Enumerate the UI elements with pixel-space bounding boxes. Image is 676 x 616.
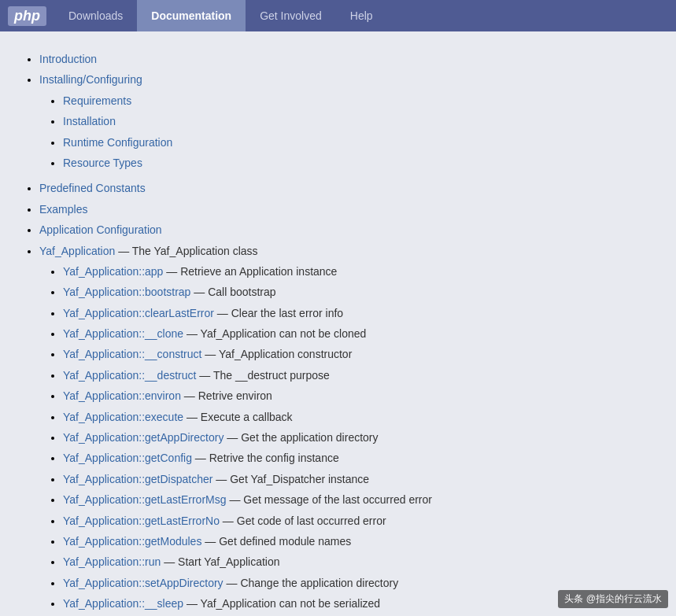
list-item: Resource Types <box>63 154 652 172</box>
toc-link[interactable]: Yaf_Application::getConfig <box>63 452 192 464</box>
toc-desc: — Change the application directory <box>223 577 399 589</box>
list-item: Yaf_Application::getLastErrorNo — Get co… <box>63 512 652 529</box>
toc-desc: — Call bootstrap <box>190 286 275 298</box>
toc-list: IntroductionInstalling/ConfiguringRequir… <box>24 50 652 616</box>
toc-link[interactable]: Yaf_Application::clearLastError <box>63 307 214 319</box>
list-item: Yaf_Application — The Yaf_Application cl… <box>39 242 652 616</box>
list-item: Examples <box>39 201 652 218</box>
toc-desc: — Clear the last error info <box>214 307 343 319</box>
toc-desc: — Get the application directory <box>223 431 378 444</box>
list-item: Yaf_Application::__construct — Yaf_Appli… <box>63 345 652 363</box>
list-item: Yaf_Application::__clone — Yaf_Applicati… <box>63 325 652 342</box>
toc-desc: — Retrieve an Application instance <box>163 265 337 278</box>
list-item: Yaf_Application::__destruct — The __dest… <box>63 367 652 384</box>
toc-desc: — Yaf_Application can not be serialized <box>183 597 380 610</box>
toc-link[interactable]: Yaf_Application::__construct <box>63 348 201 360</box>
toc-link[interactable]: Installing/Configuring <box>39 73 142 86</box>
toc-desc: — Get code of last occurred error <box>220 515 386 527</box>
main-content: IntroductionInstalling/ConfiguringRequir… <box>0 31 676 616</box>
toc-link[interactable]: Examples <box>39 203 87 216</box>
list-item: Requirements <box>63 92 652 109</box>
list-item: Yaf_Application::environ — Retrive envir… <box>63 387 652 404</box>
toc-desc: — Yaf_Application constructor <box>201 348 352 360</box>
list-item: Introduction <box>39 50 652 68</box>
toc-link[interactable]: Requirements <box>63 94 131 107</box>
toc-link[interactable]: Installation <box>63 115 116 127</box>
toc-link[interactable]: Yaf_Application::getDispatcher <box>63 473 212 485</box>
nav-downloads[interactable]: Downloads <box>54 0 137 31</box>
list-item: Installation <box>63 113 652 130</box>
toc-link[interactable]: Yaf_Application::getLastErrorMsg <box>63 493 227 506</box>
toc-desc: — Yaf_Application can not be cloned <box>183 327 366 340</box>
list-item: Yaf_Application::setAppDirectory — Chang… <box>63 574 652 592</box>
toc-link[interactable]: Yaf_Application::getLastErrorNo <box>63 515 220 527</box>
list-item: Yaf_Application::getDispatcher — Get Yaf… <box>63 470 652 488</box>
toc-link[interactable]: Predefined Constants <box>39 182 146 194</box>
toc-desc: — Get Yaf_Dispatcher instance <box>212 473 369 485</box>
toc-link[interactable]: Yaf_Application::run <box>63 555 161 568</box>
toc-desc: — The __destruct purpose <box>196 369 329 382</box>
list-item: Yaf_Application::execute — Execute a cal… <box>63 408 652 426</box>
toc-link[interactable]: Yaf_Application::environ <box>63 389 181 402</box>
toc-link[interactable]: Yaf_Application::execute <box>63 411 183 423</box>
toc-link[interactable]: Yaf_Application::__clone <box>63 327 183 340</box>
toc-link[interactable]: Yaf_Application::__destruct <box>63 369 196 382</box>
toc-link[interactable]: Resource Types <box>63 157 142 169</box>
list-item: Runtime Configuration <box>63 134 652 151</box>
toc-desc: — Start Yaf_Application <box>161 555 279 568</box>
toc-link[interactable]: Introduction <box>39 53 97 65</box>
toc-link[interactable]: Yaf_Application::__sleep <box>63 597 183 610</box>
nav-documentation[interactable]: Documentation <box>137 0 246 31</box>
toc-desc: — The Yaf_Application class <box>115 245 257 257</box>
watermark: 头条 @指尖的行云流水 <box>558 590 668 608</box>
toc-desc: — Get message of the last occurred error <box>227 493 432 506</box>
toc-desc: — Execute a callback <box>183 411 293 423</box>
list-item: Yaf_Application::app — Retrieve an Appli… <box>63 263 652 280</box>
list-item: Yaf_Application::bootstrap — Call bootst… <box>63 283 652 301</box>
toc-link[interactable]: Yaf_Application::bootstrap <box>63 286 190 298</box>
toc-sublist: Yaf_Application::app — Retrieve an Appli… <box>39 263 652 616</box>
list-item: Predefined Constants <box>39 179 652 197</box>
list-item: Application Configuration <box>39 221 652 238</box>
php-logo: php <box>8 6 46 26</box>
list-item: Yaf_Application::getConfig — Retrive the… <box>63 449 652 467</box>
top-navigation: php Downloads Documentation Get Involved… <box>0 0 676 31</box>
toc-sublist: RequirementsInstallationRuntime Configur… <box>39 92 652 172</box>
toc-link[interactable]: Yaf_Application::getModules <box>63 535 201 548</box>
nav-help[interactable]: Help <box>336 0 387 31</box>
list-item: Yaf_Application::clearLastError — Clear … <box>63 304 652 322</box>
toc-desc: — Retrive environ <box>181 389 272 402</box>
toc-desc: — Get defined module names <box>201 535 351 548</box>
list-item: Yaf_Application::getModules — Get define… <box>63 533 652 550</box>
list-item: Yaf_Application::getLastErrorMsg — Get m… <box>63 491 652 508</box>
toc-link[interactable]: Runtime Configuration <box>63 136 172 149</box>
toc-link[interactable]: Yaf_Application::app <box>63 265 163 278</box>
list-item: Installing/ConfiguringRequirementsInstal… <box>39 71 652 172</box>
toc-link[interactable]: Yaf_Application::setAppDirectory <box>63 577 223 589</box>
toc-link[interactable]: Application Configuration <box>39 223 162 236</box>
nav-get-involved[interactable]: Get Involved <box>246 0 336 31</box>
list-item: Yaf_Application::run — Start Yaf_Applica… <box>63 553 652 570</box>
toc-link[interactable]: Yaf_Application <box>39 245 115 257</box>
toc-link[interactable]: Yaf_Application::getAppDirectory <box>63 431 223 444</box>
toc-desc: — Retrive the config instance <box>192 452 339 464</box>
list-item: Yaf_Application::getAppDirectory — Get t… <box>63 429 652 446</box>
